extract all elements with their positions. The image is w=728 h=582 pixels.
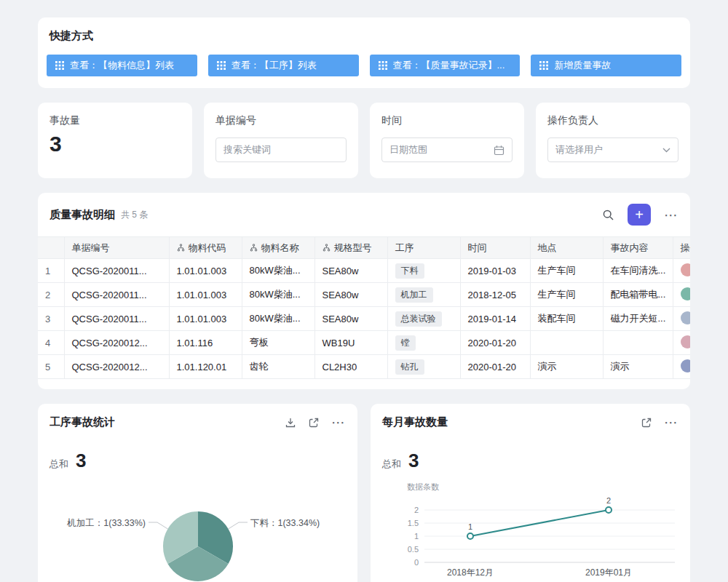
cell-doc-no: QCSG-2020012... [64,331,169,355]
column-header-5[interactable]: 时间 [460,237,530,259]
operator-placeholder: 请选择用户 [555,143,603,156]
column-header-2[interactable]: 物料名称 [242,237,314,259]
x-tick-label: 2019年01月 [585,567,632,578]
pie-more-icon[interactable]: ⋯ [331,415,346,429]
process-tag: 镗 [395,335,416,351]
cell-material-name: 弯板 [242,331,314,355]
shortcut-buttons-row: 查看：【物料信息】列表查看：【工序】列表查看：【质量事故记录】...新增质量事故 [47,55,681,76]
line-card-tools: ⋯ [641,415,678,429]
cell-content [603,331,673,355]
shortcut-button-1[interactable]: 查看：【工序】列表 [208,55,359,76]
cell-spec: SEA80w [314,259,387,283]
doc-number-placeholder: 搜索关键词 [223,143,271,156]
table-body: 1QCSG-2020011...1.01.01.00380kW柴油...SEA8… [38,259,690,379]
cell-place: 生产车间 [530,259,603,283]
column-header-4[interactable]: 工序 [387,237,460,259]
table-row-4[interactable]: 4QCSG-2020012...1.01.116弯板WB19U镗2020-01-… [38,331,690,355]
cell-date: 2020-01-20 [460,331,530,355]
shortcut-button-2[interactable]: 查看：【质量事故记录】... [370,55,521,76]
accident-count-label: 事故量 [50,114,181,127]
y-tick-label: 1.5 [408,519,419,527]
table-toolbar: + ⋯ [602,204,678,226]
table-row-3[interactable]: 3QCSG-2020011...1.01.01.00380kW柴油...SEA8… [38,307,690,331]
row-number: 1 [38,259,64,283]
relation-icon [250,244,258,252]
row-number: 4 [38,331,64,355]
line-total: 总和 3 [382,450,678,472]
table-header-bar: 质量事故明细 共 5 条 + ⋯ [38,193,690,236]
column-header-label: 工序 [395,242,414,253]
grid-icon [217,61,226,70]
expand-icon[interactable] [641,417,652,428]
table-row-5[interactable]: 5QCSG-2020012...1.01.120.01齿轮CL2H30钻孔202… [38,355,690,379]
shortcuts-title: 快捷方式 [47,29,681,43]
cell-doc-no: QCSG-2020011... [64,307,169,331]
line-more-icon[interactable]: ⋯ [664,415,678,429]
avatar [681,311,691,324]
shortcut-button-label: 查看：【物料信息】列表 [70,59,174,72]
column-header-6[interactable]: 地点 [530,237,603,259]
accident-table: 单据编号物料代码物料名称规格型号工序时间地点事故内容操作负责人 1QCSG-20… [38,236,690,379]
column-header-label: 物料代码 [189,242,226,253]
column-header-8[interactable]: 操作负责人 [673,237,690,259]
relation-icon [177,244,185,252]
table-row-1[interactable]: 1QCSG-2020011...1.01.01.00380kW柴油...SEA8… [38,259,690,283]
relation-icon [323,244,331,252]
pie-callout-label: 机加工：1(33.33%) [66,518,146,528]
doc-number-input[interactable]: 搜索关键词 [215,137,347,162]
row-number-header [38,237,64,259]
cell-operator [673,283,690,307]
pie-card-header: 工序事故统计 ⋯ [50,415,346,429]
column-header-7[interactable]: 事故内容 [603,237,673,259]
cell-material-code: 1.01.116 [169,331,242,355]
column-header-0[interactable]: 单据编号 [64,237,169,259]
pie-card-title: 工序事故统计 [50,415,115,429]
table-more-icon[interactable]: ⋯ [664,208,678,222]
cell-material-code: 1.01.120.01 [169,355,242,379]
accident-count-card: 事故量 3 [38,103,192,178]
column-header-3[interactable]: 规格型号 [314,237,387,259]
add-record-button[interactable]: + [628,204,651,226]
cell-material-name: 80kW柴油... [242,259,314,283]
shortcut-button-label: 查看：【工序】列表 [232,59,317,72]
cell-operator [673,259,690,283]
column-header-label: 物料名称 [261,242,299,253]
cell-date: 2018-12-05 [460,283,530,307]
cell-process: 总装试验 [387,307,460,331]
x-tick-label: 2018年12月 [447,567,494,578]
doc-number-label: 单据编号 [215,114,347,127]
shortcut-button-3[interactable]: 新增质量事故 [531,55,681,76]
shortcut-button-0[interactable]: 查看：【物料信息】列表 [47,55,197,76]
line-chart: 00.511.5212018年12月22019年01月数据条数时间（月） [378,477,682,582]
table-scroll-area[interactable]: 单据编号物料代码物料名称规格型号工序时间地点事故内容操作负责人 1QCSG-20… [38,236,690,379]
line-card-header: 每月事故数量 ⋯ [382,415,678,429]
grid-icon [379,61,387,70]
download-icon[interactable] [285,417,296,428]
cell-spec: SEA80w [314,283,387,307]
data-point[interactable] [606,507,612,513]
avatar [681,335,691,348]
grid-icon [539,61,548,70]
cell-place: 生产车间 [530,283,603,307]
chevron-down-icon [662,148,670,153]
row-number: 5 [38,355,64,379]
line-total-label: 总和 [382,458,401,471]
pie-callout-label: 下料：1(33.34%) [250,518,320,528]
cell-operator [673,307,690,331]
process-tag: 机加工 [395,287,433,303]
grid-icon [55,61,64,70]
expand-icon[interactable] [308,417,320,428]
cell-material-code: 1.01.01.003 [169,259,242,283]
avatar [681,287,691,300]
cell-process: 机加工 [387,283,460,307]
data-point[interactable] [467,533,473,539]
table-row-2[interactable]: 2QCSG-2020011...1.01.01.00380kW柴油...SEA8… [38,283,690,307]
operator-select[interactable]: 请选择用户 [547,137,678,162]
search-icon[interactable] [602,209,614,221]
cell-operator [673,331,690,355]
data-label: 2 [606,496,611,505]
date-range-input[interactable]: 日期范围 [381,137,513,162]
cell-date: 2019-01-14 [460,307,530,331]
column-header-label: 地点 [538,242,557,253]
column-header-1[interactable]: 物料代码 [169,237,242,259]
